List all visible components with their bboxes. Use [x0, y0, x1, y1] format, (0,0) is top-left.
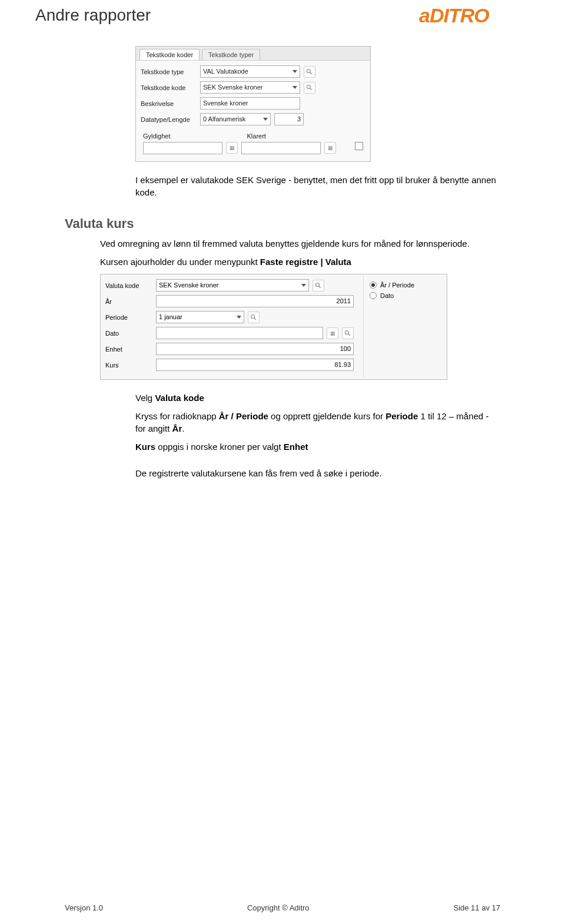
input-value: Svenske kroner: [203, 98, 248, 109]
input-value: 100: [340, 343, 351, 355]
calendar-icon[interactable]: ▦: [226, 142, 238, 154]
text-bold: Faste registre | Valuta: [260, 257, 351, 267]
search-icon[interactable]: [304, 66, 315, 78]
text-bold: Enhet: [284, 442, 308, 452]
input-gyldighet-til[interactable]: [241, 142, 321, 154]
search-icon[interactable]: [248, 312, 260, 323]
label-tekstkode-type: Tekstkode type: [141, 68, 197, 75]
label-datatype: Datatype/Lengde: [141, 116, 197, 123]
combo-tekstkode-kode[interactable]: SEK Svenske kroner: [200, 81, 300, 94]
label-klarert: Klarert: [247, 133, 265, 140]
combo-value: SEK Svenske kroner: [159, 280, 219, 291]
input-gyldighet-fra[interactable]: [143, 142, 222, 154]
text-span: Kryss for radioknapp: [135, 411, 219, 421]
input-value: 81.93: [334, 359, 351, 370]
label-ar: År: [105, 298, 152, 305]
paragraph-4: Velg Valuta kode: [135, 392, 500, 404]
radio-label: År / Periode: [380, 281, 414, 289]
tab-tekstkode-typer[interactable]: Tekstkode typer: [202, 49, 260, 60]
search-icon[interactable]: [313, 280, 324, 292]
radio-icon: [370, 281, 377, 289]
paragraph-2: Ved omregning av lønn til fremmed valuta…: [100, 237, 500, 250]
section-heading-valuta-kurs: Valuta kurs: [65, 216, 565, 231]
svg-line-4: [310, 88, 312, 90]
text-bold: År: [172, 423, 182, 433]
svg-line-8: [254, 317, 256, 319]
text-span: Kursen ajourholder du under menypunkt: [100, 257, 260, 267]
input-value: 3: [297, 114, 301, 125]
label-valuta-kode: Valuta kode: [105, 282, 152, 289]
text-bold: År / Periode: [219, 411, 268, 421]
footer-left: Versjon 1.0: [65, 903, 103, 912]
radio-dato[interactable]: Dato: [370, 292, 440, 299]
chevron-down-icon: [301, 284, 306, 287]
calendar-icon[interactable]: ▦: [324, 142, 336, 154]
input-enhet[interactable]: 100: [156, 343, 354, 355]
svg-point-7: [251, 314, 255, 318]
combo-periode[interactable]: 1 januar: [156, 311, 244, 323]
text-span: .: [182, 423, 184, 433]
tab-label: Tekstkode typer: [208, 51, 254, 58]
valuta-window: Valuta kode SEK Svenske kroner År 2011 P…: [100, 274, 447, 380]
input-value: 2011: [337, 296, 351, 307]
tekstkode-window: Tekstkode koder Tekstkode typer Tekstkod…: [135, 46, 371, 162]
text-span: oppgis i norske kroner per valgt: [155, 442, 284, 452]
page-title: Andre rapporter: [35, 6, 151, 25]
page-footer: Versjon 1.0 Copyright © Aditro Side 11 a…: [0, 903, 565, 912]
chevron-down-icon: [263, 118, 268, 121]
paragraph-1: I eksempel er valutakode SEK Sverige - b…: [135, 174, 500, 198]
svg-point-9: [345, 330, 349, 334]
footer-center: Copyright © Aditro: [247, 903, 310, 912]
text-bold: Kurs: [135, 442, 155, 452]
label-beskrivelse: Beskrivelse: [141, 100, 197, 107]
checkbox-klarert[interactable]: [355, 142, 363, 150]
text-span: Velg: [135, 393, 155, 403]
paragraph-5: Kryss for radioknapp År / Periode og opp…: [135, 410, 500, 435]
combo-tekstkode-type[interactable]: VAL Valutakode: [200, 65, 300, 78]
footer-right: Side 11 av 17: [453, 903, 500, 912]
svg-point-3: [307, 85, 311, 88]
label-gyldighet: Gyldighet: [143, 133, 170, 140]
combo-value: 0 Alfanumerisk: [203, 114, 245, 125]
paragraph-7: De registrerte valutakursene kan fås fre…: [135, 467, 500, 479]
combo-value: SEK Svenske kroner: [203, 82, 263, 93]
svg-line-2: [310, 72, 312, 74]
combo-value: 1 januar: [159, 312, 182, 323]
paragraph-6: Kurs oppgis i norske kroner per valgt En…: [135, 441, 500, 453]
input-ar[interactable]: 2011: [156, 295, 354, 307]
label-enhet: Enhet: [105, 346, 152, 353]
label-tekstkode-kode: Tekstkode kode: [141, 84, 197, 91]
text-bold: Periode: [385, 411, 418, 421]
text-bold: Valuta kode: [155, 393, 204, 403]
svg-text:aDITRO: aDITRO: [419, 4, 489, 27]
combo-datatype[interactable]: 0 Alfanumerisk: [200, 113, 271, 125]
input-kurs[interactable]: 81.93: [156, 359, 354, 371]
aditro-logo: aDITRO: [419, 4, 530, 28]
input-dato[interactable]: [156, 327, 323, 339]
svg-point-1: [307, 69, 311, 72]
chevron-down-icon: [237, 316, 241, 319]
tab-label: Tekstkode koder: [146, 51, 193, 58]
input-beskrivelse[interactable]: Svenske kroner: [200, 97, 300, 110]
radio-label: Dato: [380, 292, 394, 299]
calendar-icon[interactable]: ▦: [327, 327, 338, 339]
svg-line-10: [348, 333, 350, 335]
chevron-down-icon: [293, 70, 297, 73]
combo-value: VAL Valutakode: [203, 66, 248, 77]
combo-valuta-kode[interactable]: SEK Svenske kroner: [156, 279, 309, 292]
tab-tekstkode-koder[interactable]: Tekstkode koder: [139, 49, 200, 60]
chevron-down-icon: [293, 86, 297, 89]
search-icon[interactable]: [342, 327, 354, 339]
text-span: og opprett gjeldende kurs for: [268, 411, 385, 421]
svg-point-5: [316, 283, 320, 286]
input-lengde[interactable]: 3: [274, 113, 304, 125]
radio-icon: [370, 292, 377, 299]
paragraph-3: Kursen ajourholder du under menypunkt Fa…: [100, 256, 500, 268]
search-icon[interactable]: [304, 82, 315, 94]
radio-ar-periode[interactable]: År / Periode: [370, 281, 440, 289]
label-periode: Periode: [105, 314, 152, 321]
label-dato: Dato: [105, 330, 152, 337]
label-kurs: Kurs: [105, 362, 152, 369]
svg-line-6: [319, 286, 321, 287]
